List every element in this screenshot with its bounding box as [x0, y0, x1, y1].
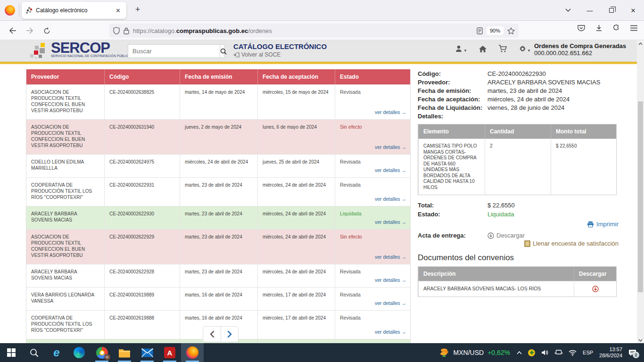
shield-icon[interactable]	[113, 27, 120, 34]
ver-detalles-link[interactable]: ver detalles →	[375, 144, 406, 150]
ver-detalles-link[interactable]: ver detalles →	[375, 196, 406, 202]
status-badge: Revisada	[340, 89, 361, 95]
imprimir-link[interactable]: Imprimir	[418, 221, 619, 228]
scrollbar-thumb[interactable]	[638, 101, 643, 292]
settings-gear-icon[interactable]: ▼	[519, 45, 531, 53]
browser-tab[interactable]: Catálogo electrónico ✕	[22, 2, 126, 19]
user-menu-icon[interactable]: ▼	[455, 45, 467, 53]
ver-detalles-link[interactable]: ver detalles →	[375, 277, 406, 283]
ticker-pair: MXN/USD	[454, 349, 484, 356]
status-badge: Sin efecto	[340, 234, 362, 239]
language-indicator[interactable]: ESP	[583, 350, 593, 355]
new-tab-button[interactable]: +	[132, 5, 143, 15]
window-close-button[interactable]: ✕	[622, 0, 644, 21]
liquidacion-label: Fecha de Liquidación:	[418, 104, 487, 112]
extensions-icon[interactable]	[613, 25, 620, 32]
ver-detalles-link[interactable]: ver detalles →	[375, 300, 406, 306]
table-row: ASOCIACION DE PRODUCCION TEXTIL CONFECCI…	[26, 119, 410, 154]
orders-table-header: Proveedor Código Fecha de emisión Fecha …	[26, 69, 410, 84]
firefox-taskbar-icon[interactable]	[181, 343, 204, 362]
reader-mode-icon[interactable]	[477, 27, 483, 34]
status-badge: Revisada	[340, 182, 361, 188]
scroll-up-arrow-icon[interactable]	[637, 40, 644, 48]
order-items-table: Elemento Cantidad Monto total CAMISETAS …	[418, 124, 617, 195]
page-scrollbar[interactable]	[637, 40, 644, 344]
table-row: COOPERATIVA DE PRODUCCIÓN TEXTIL LOS RÍO…	[26, 177, 410, 206]
clock[interactable]: 13:57 28/6/2024	[599, 346, 622, 359]
pocket-icon[interactable]	[578, 25, 585, 32]
status-badge: Revisada	[340, 269, 361, 274]
antivirus-tray-icon[interactable]: ✚	[528, 349, 535, 356]
edge-icon[interactable]	[68, 343, 91, 362]
next-page-button[interactable]	[221, 327, 238, 342]
tab-list-chevron-icon[interactable]	[557, 0, 579, 21]
currency-ticker[interactable]: MXN/USD +0,62%	[439, 347, 510, 358]
orders-table: Proveedor Código Fecha de emisión Fecha …	[26, 69, 411, 362]
tray-chevron-up-icon[interactable]	[517, 351, 522, 354]
start-button[interactable]	[0, 343, 23, 362]
taskbar-search-button[interactable]	[23, 343, 45, 362]
ver-detalles-link[interactable]: ver detalles →	[375, 219, 406, 225]
documentos-title: Documentos del convenios	[418, 253, 617, 263]
proveedor-value: ARACELY BARBARA SOVENIS MACIAS	[487, 78, 617, 87]
mail-icon[interactable]	[136, 343, 158, 362]
forward-button[interactable]	[24, 25, 36, 37]
order-item-row: CAMISETAS TIPO POLO MANGAS CORTAS- ÓRDEN…	[418, 139, 616, 195]
acta-descargar-link[interactable]: Descargar	[487, 232, 525, 239]
proveedor-label: Proveedor:	[418, 78, 487, 87]
survey-form-icon	[524, 240, 530, 247]
lock-icon[interactable]	[124, 27, 129, 34]
acrobat-icon[interactable]: A	[158, 343, 181, 362]
ver-detalles-link[interactable]: ver detalles →	[375, 167, 406, 173]
liquidacion-value: viernes, 28 de junio de 2024	[487, 104, 617, 112]
volver-soce-link[interactable]: Volver al SOCE	[233, 51, 281, 58]
back-button[interactable]	[7, 25, 19, 37]
page-title: CATÁLOGO ELECTRÓNICO	[233, 42, 327, 50]
window-minimize-button[interactable]: —	[579, 0, 601, 21]
tab-close-icon[interactable]: ✕	[114, 6, 123, 15]
search-input[interactable]	[128, 45, 220, 58]
exit-icon	[233, 52, 239, 58]
codigo-label: Código:	[418, 70, 487, 78]
printer-icon	[587, 221, 594, 228]
search-button[interactable]	[220, 45, 227, 58]
downloads-icon[interactable]	[595, 25, 603, 32]
notification-center-icon[interactable]: 2	[628, 349, 636, 356]
status-badge: Liquidada	[340, 211, 362, 216]
emision-value: martes, 23 de abril de 2024	[487, 87, 617, 95]
codigo-value: CE-20240002622930	[487, 70, 617, 78]
window-restore-button[interactable]	[601, 0, 622, 21]
ver-detalles-link[interactable]: ver detalles →	[375, 109, 406, 115]
ver-detalles-link[interactable]: ver detalles →	[375, 329, 406, 335]
orders-generated-counter: Ordenes de Compra Generadas 000.000.002.…	[534, 42, 633, 57]
ver-detalles-link[interactable]: ver detalles →	[375, 254, 406, 260]
documento-descripcion: ARACELY BARBARA SOVENIS MACIAS- LOS RIOS	[418, 281, 574, 296]
aceptacion-label: Fecha de aceptación:	[418, 95, 487, 104]
table-row: ASOCIACION DE PRODUCCION TEXTIL CONFECCI…	[26, 84, 410, 119]
date: 28/6/2024	[599, 353, 622, 358]
wifi-icon[interactable]	[569, 350, 577, 356]
display-cast-icon[interactable]	[555, 349, 562, 356]
file-explorer-icon[interactable]	[113, 343, 136, 362]
item-elemento: CAMISETAS TIPO POLO MANGAS CORTAS- ÓRDEN…	[418, 139, 485, 195]
tab-separator	[19, 4, 19, 17]
cart-icon[interactable]	[498, 45, 507, 53]
reload-button[interactable]	[41, 25, 53, 37]
bookmark-star-icon[interactable]	[507, 27, 515, 34]
estado-value: Liquidada	[487, 210, 514, 219]
documento-descargar-button[interactable]	[574, 281, 616, 296]
menu-hamburger-icon[interactable]	[630, 25, 637, 31]
prev-page-button[interactable]	[203, 327, 221, 342]
zoom-level-button[interactable]: 90%	[487, 26, 504, 35]
url-bar[interactable]: https://catalogo.compraspublicas.gob.ec/…	[109, 24, 519, 38]
firefox-logo-icon[interactable]	[5, 5, 15, 16]
sercop-logo[interactable]: SERCOP SERVICIO NACIONAL DE CONTRATACIÓN…	[51, 41, 126, 58]
internet-explorer-icon[interactable]: e	[45, 343, 68, 362]
status-badge: Revisada	[340, 292, 361, 297]
home-icon[interactable]	[479, 45, 487, 53]
volume-icon[interactable]	[541, 349, 549, 356]
table-row: VERA BARRIOS LEONARDA VANESSA CE-2024000…	[26, 287, 410, 310]
chrome-icon[interactable]: G	[91, 343, 113, 362]
detalles-label: Detalles:	[418, 112, 487, 121]
encuesta-link[interactable]: Llenar encuesta de satisfacción	[418, 240, 619, 247]
